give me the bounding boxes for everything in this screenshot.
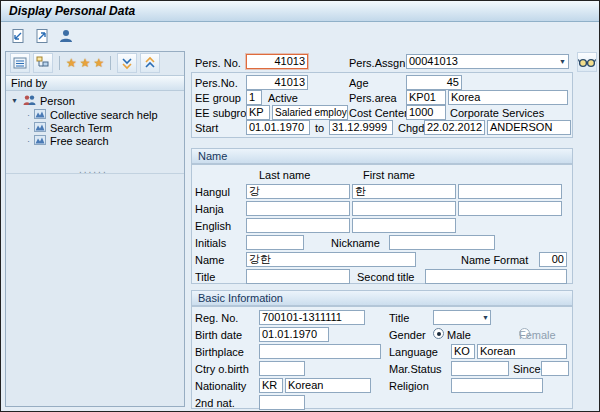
matchcode-icon bbox=[34, 135, 46, 147]
female-label: Female bbox=[519, 328, 556, 342]
second-nat-label: 2nd nat. bbox=[195, 396, 235, 410]
chgd-date-field[interactable]: 22.02.2012 bbox=[424, 120, 485, 135]
pers-no-header-field[interactable]: 41013 bbox=[246, 54, 308, 69]
tree-item-search-term[interactable]: · Search Term bbox=[27, 122, 112, 134]
ee-subgroup-field[interactable]: KP bbox=[246, 105, 270, 120]
page-title: Display Personal Data bbox=[9, 4, 135, 18]
birth-date-field[interactable]: 01.01.1970 bbox=[259, 327, 329, 342]
mar-status-label: Mar.Status bbox=[389, 362, 442, 376]
reg-no-field[interactable]: 700101-1311111 bbox=[259, 310, 365, 325]
tree-item-collective-search-help[interactable]: · Collective search help bbox=[27, 109, 158, 121]
pers-no-label: Pers.No. bbox=[195, 76, 238, 90]
to-label: to bbox=[315, 121, 324, 135]
sap-window: Display Personal Data ★ ★ ★ bbox=[0, 0, 600, 412]
pers-assgn-combo[interactable]: 00041013 bbox=[406, 54, 569, 69]
pers-area-label: Pers.area bbox=[349, 91, 397, 105]
name-field[interactable]: 강한 bbox=[246, 252, 416, 267]
toolbar-separator bbox=[59, 56, 60, 70]
name-format-label: Name Format bbox=[461, 253, 528, 267]
list-view-icon[interactable] bbox=[10, 53, 30, 73]
initials-label: Initials bbox=[195, 236, 226, 250]
main-toolbar bbox=[1, 23, 599, 49]
tree-node-label: Person bbox=[40, 95, 75, 107]
ee-subgroup-text-field[interactable]: Salaried employee bbox=[272, 105, 348, 120]
favorite-star-icon[interactable]: ★ bbox=[94, 57, 105, 69]
nationality-code-field[interactable]: KR bbox=[259, 378, 283, 393]
last-name-column-header: Last name bbox=[259, 168, 310, 182]
hanja-first-field[interactable] bbox=[352, 201, 456, 216]
bullet-icon: · bbox=[27, 110, 30, 120]
pers-assgn-label: Pers.Assgn bbox=[349, 56, 405, 70]
title-label: Title bbox=[195, 270, 215, 284]
ee-group-field[interactable]: 1 bbox=[246, 90, 262, 105]
nationality-text-field[interactable]: Korean bbox=[285, 378, 371, 393]
ee-group-text: Active bbox=[268, 91, 298, 105]
find-by-header: Find by bbox=[6, 75, 184, 91]
male-radio[interactable] bbox=[433, 328, 444, 339]
cost-center-text: Corporate Services bbox=[450, 106, 544, 120]
pers-area-text-field[interactable]: Korea bbox=[448, 90, 568, 105]
language-text-field[interactable]: Korean bbox=[477, 344, 567, 359]
document-arrow-right-icon[interactable] bbox=[33, 27, 51, 45]
initials-field[interactable] bbox=[246, 235, 304, 250]
english-first-field[interactable] bbox=[352, 218, 456, 233]
pers-area-field[interactable]: KP01 bbox=[406, 90, 446, 105]
second-title-field[interactable] bbox=[425, 269, 567, 284]
pers-no-field[interactable]: 41013 bbox=[246, 75, 308, 90]
matchcode-icon bbox=[34, 122, 46, 134]
basic-title-label: Title bbox=[389, 311, 409, 325]
language-code-field[interactable]: KO bbox=[451, 344, 475, 359]
hangul-first-field[interactable]: 한 bbox=[352, 184, 456, 199]
favorite-star-icon[interactable]: ★ bbox=[80, 57, 91, 69]
religion-field[interactable] bbox=[451, 378, 543, 393]
tree-item-label: Collective search help bbox=[50, 109, 158, 121]
display-glasses-icon[interactable] bbox=[577, 52, 597, 72]
hangul-label: Hangul bbox=[195, 185, 230, 199]
tree-item-free-search[interactable]: · Free search bbox=[27, 135, 109, 147]
search-panel-toolbar: ★ ★ ★ bbox=[6, 52, 184, 74]
favorite-star-icon[interactable]: ★ bbox=[66, 57, 77, 69]
tree-expand-icon[interactable]: ▼ bbox=[11, 97, 18, 105]
hangul-last-field[interactable]: 강 bbox=[246, 184, 350, 199]
mar-status-field[interactable] bbox=[451, 361, 509, 376]
start-date-field[interactable]: 01.01.1970 bbox=[246, 120, 310, 135]
panel-divider bbox=[6, 173, 184, 174]
tree-node-person[interactable]: ▼ Person bbox=[11, 94, 75, 108]
birth-date-label: Birth date bbox=[195, 328, 242, 342]
tree-item-label: Search Term bbox=[50, 122, 112, 134]
hanja-extra-field[interactable] bbox=[458, 201, 562, 216]
name-format-field[interactable]: 00 bbox=[539, 252, 567, 267]
collapse-all-icon[interactable] bbox=[117, 53, 137, 73]
dropdown-arrow-icon[interactable]: ▼ bbox=[559, 58, 566, 66]
name-section-header: Name bbox=[191, 148, 573, 164]
birthplace-field[interactable] bbox=[259, 344, 381, 359]
bullet-icon: · bbox=[27, 136, 30, 146]
since-field[interactable] bbox=[541, 361, 569, 376]
chgd-by-field[interactable]: ANDERSON bbox=[487, 120, 571, 135]
title-field[interactable] bbox=[246, 269, 350, 284]
end-date-field[interactable]: 31.12.9999 bbox=[329, 120, 393, 135]
since-label: Since bbox=[513, 362, 541, 376]
tree-item-label: Free search bbox=[50, 135, 109, 147]
ctry-birth-label: Ctry o.birth bbox=[195, 362, 249, 376]
dropdown-arrow-icon[interactable]: ▼ bbox=[482, 314, 489, 322]
cost-center-label: Cost Center bbox=[349, 106, 408, 120]
age-field[interactable]: 45 bbox=[406, 75, 462, 90]
expand-all-icon[interactable] bbox=[140, 53, 160, 73]
basic-info-section-header: Basic Information bbox=[191, 290, 573, 306]
start-label: Start bbox=[195, 121, 218, 135]
hierarchy-view-icon[interactable] bbox=[33, 53, 53, 73]
second-nat-field[interactable] bbox=[259, 395, 305, 410]
reg-no-label: Reg. No. bbox=[195, 311, 238, 325]
male-label: Male bbox=[447, 328, 471, 342]
toolbar-separator bbox=[110, 56, 111, 70]
ctry-birth-field[interactable] bbox=[259, 361, 305, 376]
hanja-last-field[interactable] bbox=[246, 201, 350, 216]
language-label: Language bbox=[389, 345, 438, 359]
person-icon[interactable] bbox=[57, 27, 75, 45]
cost-center-field[interactable]: 1000 bbox=[406, 105, 446, 120]
hangul-extra-field[interactable] bbox=[458, 184, 562, 199]
document-arrow-left-icon[interactable] bbox=[9, 27, 27, 45]
english-last-field[interactable] bbox=[246, 218, 350, 233]
nickname-field[interactable] bbox=[389, 235, 495, 250]
